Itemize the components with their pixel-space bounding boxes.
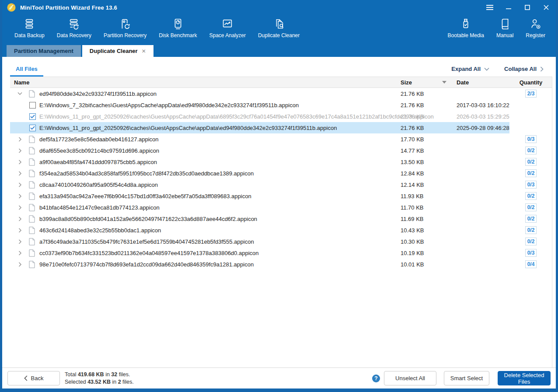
quantity-badge[interactable]: 0/2 (525, 203, 537, 211)
expand-chevron-icon[interactable] (17, 160, 23, 164)
expand-chevron-icon[interactable] (17, 148, 23, 153)
quantity-badge[interactable]: 0/3 (525, 135, 537, 143)
column-header-name[interactable]: Name (10, 79, 398, 86)
column-header-size[interactable]: Size (398, 79, 453, 86)
register-button[interactable]: Register (520, 16, 551, 38)
expand-chevron-icon[interactable] (17, 239, 23, 244)
table-body: ed94f980dde342e2c933274f1f39511b.appicon… (10, 88, 552, 270)
expand-chevron-icon[interactable] (17, 182, 23, 187)
group-date (453, 259, 509, 270)
window-title: MiniTool Partition Wizard Free 13.6 (20, 4, 117, 11)
duplicate-group-row[interactable]: ed94f980dde342e2c933274f1f39511b.appicon… (10, 88, 552, 99)
file-icon (29, 181, 35, 189)
disk-benchmark-icon (171, 17, 185, 31)
duplicate-group-row[interactable]: a9f00aeab4f85fa4741ddd097875cbb5.appicon… (10, 156, 552, 168)
expand-all-button[interactable]: Expand All (451, 66, 489, 72)
duplicate-group-row[interactable]: f354ea2ad58534b04ad3c858faf5951f095bcc7d… (10, 168, 552, 179)
back-button[interactable]: Back (7, 371, 60, 385)
duplicate-group-row[interactable]: 463c6d24148abed3e32c25b55bb0dac1.appicon… (10, 224, 552, 236)
duplicate-group-row[interactable]: b399ac8a8d05b890cbfd041a152a9e56620497f4… (10, 213, 552, 224)
table-header-row: Name Size Date Quantity (10, 77, 552, 88)
duplicate-file-row[interactable]: E:\Windows_11_pro_gpt_20250926\caches\Gu… (10, 111, 552, 122)
group-file-name: efa313a9450ac942a7eee7f6b904c157bd1d0ff3… (39, 193, 251, 200)
expand-chevron-icon[interactable] (17, 92, 23, 95)
bootable-media-button[interactable]: Bootable Media (442, 16, 490, 38)
column-header-date[interactable]: Date (453, 79, 509, 86)
group-date (453, 202, 509, 213)
duplicate-file-row[interactable]: E:\Windows_11_pro_gpt_20250926\caches\Gu… (10, 122, 552, 133)
collapse-all-button[interactable]: Collapse All (504, 66, 544, 72)
quantity-badge[interactable]: 0/2 (525, 215, 537, 223)
maximize-icon[interactable] (524, 4, 531, 10)
duplicate-group-row[interactable]: d6af655ee3c85cb0921c4bc97591d696.appicon… (10, 145, 552, 156)
close-icon[interactable] (543, 4, 550, 10)
data-recovery-button[interactable]: Data Recovery (51, 16, 98, 38)
file-checkbox[interactable] (29, 102, 36, 108)
expand-chevron-icon[interactable] (17, 251, 23, 256)
unselect-all-button[interactable]: Unselect All (384, 371, 436, 385)
data-backup-button[interactable]: Data Backup (8, 16, 51, 38)
expand-chevron-icon[interactable] (17, 262, 23, 267)
duplicate-group-row[interactable]: b41bfac4854e12147c9eca81db774123.appicon… (10, 202, 552, 213)
group-file-name: 98e710e0fefc07137974cb7f8d693efa1d2ccd09… (39, 261, 254, 268)
group-date (453, 236, 509, 247)
file-icon (29, 249, 35, 257)
file-icon (29, 147, 35, 154)
duplicate-group-row[interactable]: a7f36c49ade3a711035c5b479fc7631e1ef5e6d1… (10, 236, 552, 247)
duplicate-group-row[interactable]: def5fa17723e5e8c56edaab0eb416127.appicon… (10, 133, 552, 145)
tab-duplicate-cleaner[interactable]: Duplicate Cleaner ✕ (82, 45, 153, 57)
group-date (453, 168, 509, 179)
quantity-badge[interactable]: 0/2 (525, 238, 537, 245)
expand-chevron-icon[interactable] (17, 205, 23, 210)
quantity-badge[interactable]: 0/2 (525, 158, 537, 166)
duplicate-group-row[interactable]: 98e710e0fefc07137974cb7f8d693efa1d2ccd09… (10, 259, 552, 270)
group-size: 10.01 KB (398, 259, 453, 270)
duplicate-cleaner-button[interactable]: Duplicate Cleaner (252, 16, 306, 38)
collapse-all-label: Collapse All (504, 66, 537, 72)
file-size: 21.76 KB (398, 122, 453, 133)
smart-select-button[interactable]: Smart Select (444, 371, 489, 385)
tab-all-files[interactable]: All Files (10, 66, 43, 77)
file-checkbox[interactable] (29, 125, 36, 131)
partition-recovery-button[interactable]: Partition Recovery (98, 16, 153, 38)
duplicate-file-row[interactable]: E:\Windows_7_32bit\caches\GuestAppsCache… (10, 99, 552, 111)
expand-chevron-icon[interactable] (17, 171, 23, 176)
expand-chevron-icon[interactable] (17, 217, 23, 221)
expand-controls: Expand All Collapse All (451, 66, 544, 77)
group-date (453, 190, 509, 202)
duplicate-group-row[interactable]: cc0373ef90b7b634fc331523bd0211362e04a048… (10, 247, 552, 259)
tab-partition-management[interactable]: Partition Management (7, 45, 81, 57)
quantity-badge[interactable]: 0/2 (525, 147, 537, 154)
data-recovery-label: Data Recovery (57, 32, 91, 38)
quantity-badge[interactable]: 0/3 (525, 181, 537, 189)
title-bar: MiniTool Partition Wizard Free 13.6 (2, 0, 556, 15)
expand-chevron-icon[interactable] (17, 228, 23, 233)
duplicate-group-row[interactable]: efa313a9450ac942a7eee7f6b904c157bd1d0ff3… (10, 190, 552, 202)
sort-descending-icon[interactable] (442, 81, 446, 84)
minimize-icon[interactable] (505, 4, 512, 10)
delete-selected-files-button[interactable]: Delete Selected Files (498, 371, 551, 385)
quantity-badge[interactable]: 0/2 (525, 192, 537, 200)
column-header-quantity[interactable]: Quantity (509, 79, 552, 86)
group-file-name: b41bfac4854e12147c9eca81db774123.appicon (39, 204, 160, 211)
file-checkbox[interactable] (29, 113, 36, 120)
tab-close-icon[interactable]: ✕ (142, 48, 146, 54)
quantity-badge[interactable]: 2/3 (525, 90, 537, 98)
expand-chevron-icon[interactable] (17, 194, 23, 199)
file-icon (29, 227, 35, 234)
column-header-size-label: Size (401, 79, 412, 86)
duplicate-group-row[interactable]: c8caa74010049260af95a905f54c4d8a.appicon… (10, 179, 552, 190)
manual-button[interactable]: Manual (490, 16, 520, 38)
disk-benchmark-button[interactable]: Disk Benchmark (153, 16, 203, 38)
quantity-badge[interactable]: 0/2 (525, 169, 537, 177)
quantity-badge[interactable]: 0/2 (525, 226, 537, 234)
quantity-badge[interactable]: 0/3 (525, 249, 537, 257)
help-icon[interactable]: ? (372, 374, 380, 382)
menu-icon[interactable] (486, 4, 493, 10)
quantity-badge[interactable]: 0/4 (525, 260, 537, 268)
expand-chevron-icon[interactable] (17, 137, 23, 142)
space-analyzer-button[interactable]: Space Analyzer (203, 16, 252, 38)
duplicate-cleaner-icon (272, 17, 286, 31)
selected-summary-line: Selected 43.52 KB in 2 files. (65, 378, 134, 386)
group-date (453, 88, 509, 99)
